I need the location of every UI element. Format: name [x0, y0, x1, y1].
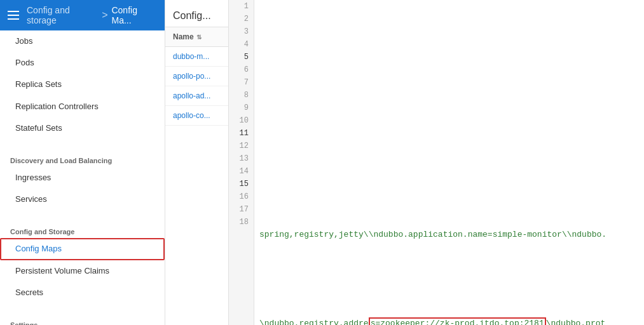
- line-num-17: 17: [229, 203, 254, 216]
- section-settings: Settings: [0, 314, 165, 325]
- sidebar-item-replica-sets[interactable]: Replica Sets: [0, 74, 165, 95]
- section-config: Config and Storage: [0, 220, 165, 238]
- sidebar-item-config-maps[interactable]: Config Maps: [0, 238, 165, 260]
- line-num-12: 12: [229, 140, 254, 152]
- breadcrumb-separator: >: [102, 10, 107, 21]
- code-line-12: spring,registry,jetty\\ndubbo.applicatio…: [259, 229, 644, 241]
- sidebar-item-replication-controllers[interactable]: Replication Controllers: [0, 96, 165, 117]
- editor-content[interactable]: 1 2 3 4 5 6 7 8 9 10 11 12 13 14 15 16 1…: [229, 0, 644, 325]
- line-num-7: 7: [229, 76, 254, 89]
- line-num-4: 4: [229, 38, 254, 51]
- line-num-6: 6: [229, 63, 254, 76]
- line-num-8: 8: [229, 89, 254, 102]
- line-num-3: 3: [229, 25, 254, 38]
- hamburger-icon[interactable]: [8, 11, 19, 20]
- line-num-10: 10: [229, 114, 254, 127]
- line-num-13: 13: [229, 152, 254, 165]
- line-num-11: 11: [229, 127, 254, 140]
- code-area[interactable]: spring,registry,jetty\\ndubbo.applicatio…: [254, 0, 644, 325]
- line-num-18: 18: [229, 216, 254, 229]
- breadcrumb: Config and storage > Config Ma...: [27, 5, 157, 25]
- line-num-14: 14: [229, 165, 254, 178]
- table-row[interactable]: apollo-ad...: [165, 86, 228, 106]
- section-discovery: Discovery and Load Balancing: [0, 149, 165, 167]
- sidebar-item-jobs[interactable]: Jobs: [0, 30, 165, 52]
- column-name-label: Name: [173, 32, 194, 41]
- sidebar-item-secrets[interactable]: Secrets: [0, 282, 165, 303]
- sidebar-item-stateful-sets[interactable]: Stateful Sets: [0, 117, 165, 139]
- content-wrapper: Config... Name ⇅ dubbo-m... apollo-po...…: [165, 0, 644, 325]
- line-num-5: 5: [229, 51, 254, 63]
- line-num-1: 1: [229, 0, 254, 13]
- editor-panel: 1 2 3 4 5 6 7 8 9 10 11 12 13 14 15 16 1…: [229, 0, 644, 325]
- table-row[interactable]: dubbo-m...: [165, 47, 228, 67]
- table-panel: Config... Name ⇅ dubbo-m... apollo-po...…: [165, 0, 229, 325]
- code-line-16: \ndubbo.registry.addres=zookeeper://zk-p…: [259, 317, 644, 325]
- line-num-16: 16: [229, 190, 254, 203]
- sidebar-header: Config and storage > Config Ma...: [0, 0, 165, 30]
- sidebar-item-persistent-volume-claims[interactable]: Persistent Volume Claims: [0, 260, 165, 282]
- sort-icon[interactable]: ⇅: [196, 34, 202, 41]
- highlight-box: s=zookeeper://zk-prod.itdo.top:2181: [369, 317, 546, 325]
- breadcrumb-parent[interactable]: Config and storage: [27, 5, 98, 25]
- table-row[interactable]: apollo-po...: [165, 67, 228, 86]
- line-numbers: 1 2 3 4 5 6 7 8 9 10 11 12 13 14 15 16 1…: [229, 0, 254, 325]
- sidebar-item-services[interactable]: Services: [0, 189, 165, 210]
- column-name-header: Name ⇅: [165, 27, 228, 47]
- table-row[interactable]: apollo-co...: [165, 106, 228, 126]
- table-title: Config...: [165, 0, 228, 27]
- sidebar: Config and storage > Config Ma... Jobs P…: [0, 0, 165, 325]
- sidebar-item-pods[interactable]: Pods: [0, 52, 165, 74]
- breadcrumb-current: Config Ma...: [111, 5, 157, 25]
- line-num-15: 15: [229, 178, 254, 190]
- line-num-2: 2: [229, 13, 254, 25]
- sidebar-item-ingresses[interactable]: Ingresses: [0, 167, 165, 189]
- line-num-9: 9: [229, 102, 254, 114]
